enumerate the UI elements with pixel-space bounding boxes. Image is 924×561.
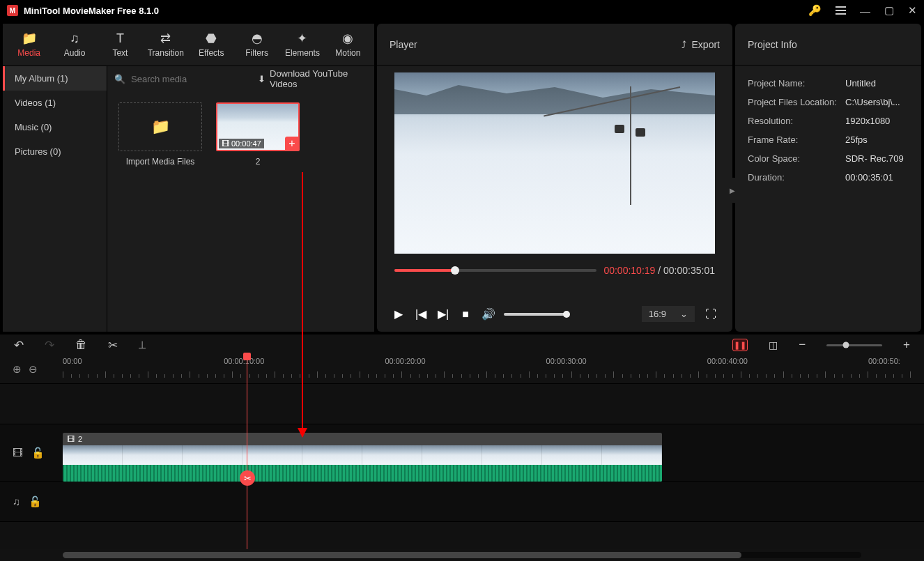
aspect-ratio-select[interactable]: 16:9 ⌄ <box>642 306 695 322</box>
ruler-label: 00:00:30:00 <box>546 357 587 365</box>
music-note-icon: ♫ <box>70 31 79 45</box>
time-separator: / <box>658 265 663 276</box>
film-icon: 🎞 <box>67 435 75 443</box>
tab-effects[interactable]: ⬣ Effects <box>189 28 234 61</box>
video-preview[interactable] <box>394 72 715 254</box>
maximize-button[interactable]: ▢ <box>884 4 894 17</box>
info-label: Frame Rate: <box>748 135 845 145</box>
time-display: 00:00:10:19 / 00:00:35:01 <box>603 265 715 276</box>
clip-index: 2 <box>78 435 82 443</box>
import-label: Import Media Files <box>126 157 195 167</box>
minimize-button[interactable]: — <box>860 5 870 17</box>
sidebar-item-pictures[interactable]: Pictures (0) <box>3 139 107 164</box>
search-media-input[interactable] <box>131 74 248 84</box>
playhead[interactable]: ✂ <box>247 355 247 549</box>
ruler-label: 00:00:50: <box>868 357 900 365</box>
sidebar-item-myalbum[interactable]: My Album (1) <box>3 66 107 91</box>
volume-slider[interactable] <box>504 313 567 316</box>
time-ruler[interactable]: 00:0000:00:10:0000:00:20:0000:00:30:0000… <box>63 355 924 383</box>
add-track-button[interactable]: ⊕ <box>13 363 22 376</box>
fullscreen-button[interactable]: ⛶ <box>704 308 717 321</box>
volume-icon[interactable]: 🔊 <box>482 307 494 321</box>
import-media-button[interactable]: 📁 <box>118 102 202 151</box>
tab-audio[interactable]: ♫ Audio <box>52 28 97 61</box>
menu-icon[interactable] <box>836 6 846 15</box>
clip-name: 2 <box>256 157 261 167</box>
lock-icon[interactable]: 🔓 <box>29 495 42 508</box>
sidebar-item-videos[interactable]: Videos (1) <box>3 91 107 115</box>
play-button[interactable]: ▶ <box>392 307 405 321</box>
timeline-toolbar: ↶ ↷ 🗑 ✂ ⟂ ❚❚ ◫ − + <box>0 335 924 355</box>
sidebar-item-music[interactable]: Music (0) <box>3 115 107 139</box>
seek-bar[interactable] <box>394 269 596 272</box>
elements-icon: ✦ <box>297 31 307 45</box>
info-value: SDR- Rec.709 <box>845 153 904 164</box>
stop-button[interactable]: ■ <box>459 308 472 321</box>
prev-frame-button[interactable]: |◀ <box>415 307 427 321</box>
lock-icon[interactable]: 🔓 <box>31 447 45 459</box>
remove-track-button[interactable]: ⊖ <box>29 363 38 376</box>
project-info-title: Project Info <box>748 39 797 50</box>
timeline-scrollbar[interactable] <box>63 552 861 558</box>
film-icon: 🎞 <box>222 139 229 148</box>
sidebar-item-label: Videos (1) <box>15 98 56 108</box>
info-label: Project Name: <box>748 78 845 89</box>
zoom-in-button[interactable]: + <box>903 338 910 352</box>
tab-elements[interactable]: ✦ Elements <box>279 28 325 61</box>
add-to-timeline-button[interactable]: + <box>285 137 299 151</box>
next-frame-button[interactable]: ▶| <box>437 307 449 321</box>
download-youtube-button[interactable]: ⬇ Download YouTube Videos <box>254 66 367 91</box>
player-panel: Player ⤴ Export 00:0 <box>377 24 732 332</box>
tab-text[interactable]: T Text <box>98 28 143 61</box>
collapse-panel-button[interactable]: ▶ <box>728 178 737 203</box>
export-button[interactable]: ⤴ Export <box>682 39 720 50</box>
folder-icon: 📁 <box>22 31 37 45</box>
ruler-label: 00:00:40:00 <box>707 357 748 365</box>
delete-button[interactable]: 🗑 <box>75 338 87 352</box>
tab-motion[interactable]: ◉ Motion <box>325 28 371 61</box>
media-category-list: My Album (1) Videos (1) Music (0) Pictur… <box>3 66 107 332</box>
transition-icon: ⇄ <box>160 31 171 45</box>
folder-icon: 📁 <box>151 118 170 136</box>
tab-transition[interactable]: ⇄ Transition <box>143 28 188 61</box>
timeline: ↶ ↷ 🗑 ✂ ⟂ ❚❚ ◫ − + ⊕ ⊖ 00:0000:00:10:000… <box>0 335 924 561</box>
tab-label: Motion <box>335 48 360 58</box>
text-icon: T <box>116 31 124 45</box>
video-track[interactable]: 🎞 2 <box>63 424 924 481</box>
zoom-slider[interactable] <box>826 344 882 346</box>
current-time: 00:00:10:19 <box>603 265 655 276</box>
filters-icon: ◓ <box>252 31 263 45</box>
audio-track[interactable] <box>63 482 924 521</box>
overlay-track[interactable] <box>63 384 924 424</box>
tab-media[interactable]: 📁 Media <box>6 28 52 61</box>
titlebar: M MiniTool MovieMaker Free 8.1.0 🔑 — ▢ ✕ <box>0 0 924 21</box>
info-label: Resolution: <box>748 116 845 126</box>
aspect-value: 16:9 <box>649 309 666 319</box>
video-track-icon: 🎞 <box>13 447 23 459</box>
download-label: Download YouTube Videos <box>270 68 363 89</box>
crop-button[interactable]: ⟂ <box>139 338 146 352</box>
premium-key-icon[interactable]: 🔑 <box>808 4 822 17</box>
project-info-panel: Project Info Project Name:Untitled Proje… <box>735 24 921 332</box>
audio-track-icon: ♫ <box>13 495 20 507</box>
close-button[interactable]: ✕ <box>908 4 917 17</box>
info-label: Duration: <box>748 172 845 183</box>
export-label: Export <box>692 39 720 50</box>
app-title: MiniTool MovieMaker Free 8.1.0 <box>24 6 808 16</box>
autofit-button[interactable]: ◫ <box>769 339 778 351</box>
zoom-out-button[interactable]: − <box>799 338 806 352</box>
tab-filters[interactable]: ◓ Filters <box>234 28 279 61</box>
clip-duration: 00:00:47 <box>231 139 261 148</box>
snap-button[interactable]: ❚❚ <box>732 339 748 351</box>
media-clip-thumbnail[interactable]: 🎞 00:00:47 + <box>216 102 300 151</box>
tab-label: Elements <box>285 48 320 58</box>
download-icon: ⬇ <box>258 74 265 84</box>
undo-button[interactable]: ↶ <box>14 338 24 353</box>
info-value: 1920x1080 <box>845 116 890 126</box>
redo-button[interactable]: ↷ <box>45 338 54 353</box>
split-button[interactable]: ✂ <box>108 338 118 353</box>
motion-icon: ◉ <box>342 31 353 45</box>
tab-label: Media <box>17 48 40 58</box>
tab-label: Effects <box>199 48 224 58</box>
timeline-clip[interactable]: 🎞 2 <box>63 433 662 482</box>
